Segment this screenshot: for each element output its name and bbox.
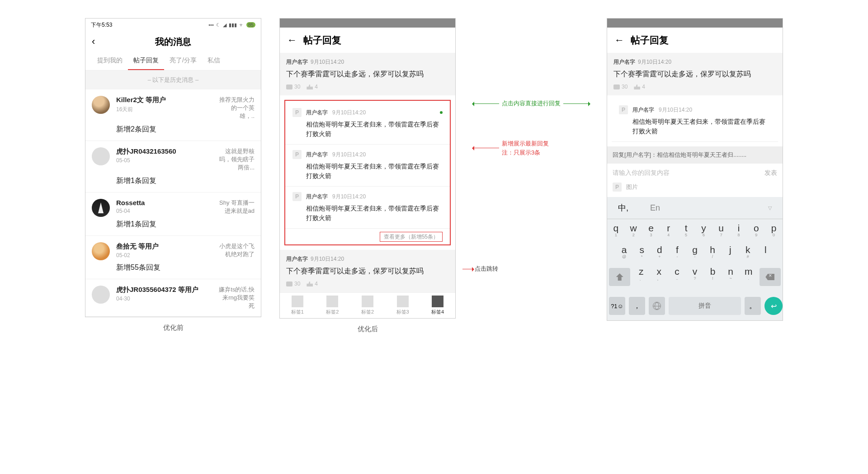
screen-reply-compose: ← 帖子回复 用户名字9月10日14:20 下个赛季雷霆可以走多远，保罗可以复苏… (607, 18, 783, 321)
key-a[interactable]: a@ (615, 241, 633, 263)
message-item[interactable]: Rossetta 05-04 Shy 哥直播一进来就是ad 新增1条回复 (85, 192, 261, 236)
avatar-placeholder: P (292, 150, 302, 159)
key-symbols[interactable]: ?1☺ (607, 291, 627, 320)
key-r[interactable]: r4 (660, 219, 677, 241)
annotations: 点击内容直接进行回复 新增展示最新回复 注：只展示3条 (474, 18, 589, 157)
reply-item[interactable]: P用户名字9月10日14:20 相信炮哥明年夏天王者归来，带领雷霆在季后赛打败火… (285, 187, 450, 229)
key-d[interactable]: d+ (651, 241, 668, 263)
message-item[interactable]: 虎扑JR0432163560 05-05 这就是野核吗，领先瞎子两倍... 新增… (85, 141, 261, 192)
key-l[interactable]: l (757, 241, 774, 263)
key-s[interactable]: s* (633, 241, 651, 263)
post-title[interactable]: 下个赛季雷霆可以走多远，保罗可以复苏吗 (286, 70, 449, 79)
nav-tab[interactable]: 标签1 (280, 293, 315, 318)
message-item[interactable]: 叁拾无 等用户 05-02 小虎是这个飞机绝对跑了 新增55条回复 (85, 236, 261, 279)
nav-tab[interactable]: 标签2 (315, 293, 350, 318)
message-user: 虎扑JR0432163560 (116, 147, 176, 156)
message-count: 新增1条回复 (116, 220, 255, 229)
key-c[interactable]: c.. (668, 263, 686, 291)
message-date: 16天前 (116, 106, 166, 113)
back-button[interactable]: ← (287, 34, 297, 46)
message-user: 虎扑JR0355604372 等用户 (116, 286, 198, 294)
key-i[interactable]: i8 (730, 219, 748, 241)
message-list: Killer2文 等用户 16天前 推荐无限火力的一个英雄，.. 新增2条回复 … (85, 89, 261, 317)
attach-image-row[interactable]: P图片 (607, 183, 783, 197)
avatar-placeholder: P (292, 192, 302, 201)
replies-card: P用户名字9月10日14:20 相信炮哥明年夏天王者归来，带领雷霆在季后赛打败火… (284, 100, 451, 245)
key-o[interactable]: o9 (747, 219, 765, 241)
keyboard: 中, En ▽ q1w2e3r4t5y6u7i8o9p0 a@s*d+f-g-h… (607, 197, 783, 320)
header: ‹ 我的消息 (85, 31, 261, 52)
key-y[interactable]: y6 (695, 219, 712, 241)
nav-icon (432, 296, 443, 307)
publish-button[interactable]: 发表 (764, 169, 777, 177)
key-period[interactable]: 。 (743, 291, 763, 320)
collapse-icon[interactable]: ▽ (757, 200, 783, 216)
shift-icon (616, 273, 623, 281)
annotation-red: 新增展示最新回复 注：只展示3条 (474, 139, 589, 157)
key-j[interactable]: j (722, 241, 739, 263)
key-delete[interactable] (758, 263, 783, 291)
key-z[interactable]: z、 (632, 263, 650, 291)
caption-after: 优化后 (358, 325, 378, 333)
key-x[interactable]: x。 (650, 263, 668, 291)
tab-post-reply[interactable]: 帖子回复 (128, 52, 164, 70)
globe-icon (653, 302, 661, 310)
key-f[interactable]: f- (668, 241, 686, 263)
key-globe[interactable] (647, 291, 667, 320)
bottom-nav: 标签1标签2标签2标签3标签4 (280, 292, 455, 318)
nav-icon (397, 296, 409, 307)
key-t[interactable]: t5 (677, 219, 695, 241)
key-q[interactable]: q1 (607, 219, 625, 241)
reply-item[interactable]: P用户名字9月10日14:20 相信炮哥明年夏天王者归来，带领雷霆在季后赛打败火… (285, 103, 450, 145)
nav-icon (362, 296, 373, 307)
lang-zh[interactable]: 中, (607, 197, 639, 219)
avatar (92, 96, 110, 114)
annotation-green: 点击内容直接进行回复 (474, 99, 589, 108)
key-shift[interactable] (607, 263, 632, 291)
key-k[interactable]: k# (739, 241, 757, 263)
lang-en[interactable]: En (639, 198, 671, 218)
key-v[interactable]: v? (686, 263, 704, 291)
header: ← 帖子回复 (607, 28, 783, 53)
key-m[interactable]: m. (740, 263, 758, 291)
message-count: 新增55条回复 (116, 263, 255, 272)
message-user: Rossetta (116, 199, 145, 206)
statusbar (280, 19, 455, 28)
screen-after-list: ← 帖子回复 用户名字9月10日14:20 下个赛季雷霆可以走多远，保罗可以复苏… (279, 18, 456, 319)
tab-liked-share[interactable]: 亮了/分享 (164, 52, 202, 70)
key-p[interactable]: p0 (765, 219, 783, 241)
caption-before: 优化前 (163, 324, 184, 332)
message-item[interactable]: 虎扑JR0355604372 等用户 04-30 嫌弃ts的话,快来rng我要笑… (85, 279, 261, 317)
key-n[interactable]: n~ (722, 263, 740, 291)
history-divider: – 以下是历史消息 – (85, 70, 261, 89)
message-count: 新增1条回复 (116, 176, 255, 186)
nav-tab[interactable]: 标签2 (350, 293, 385, 318)
key-b[interactable]: b! (704, 263, 722, 291)
key-u[interactable]: u7 (712, 219, 730, 241)
key-enter[interactable]: ↩ (763, 291, 783, 320)
tab-mentions[interactable]: 提到我的 (92, 52, 128, 70)
message-item[interactable]: Killer2文 等用户 16天前 推荐无限火力的一个英雄，.. 新增2条回复 (85, 89, 261, 141)
nav-tab[interactable]: 标签4 (420, 293, 455, 318)
reply-text: 相信炮哥明年夏天王者归来，带领雷霆在季后赛打败火箭 (292, 204, 443, 223)
page-title: 帖子回复 (631, 34, 669, 47)
back-button[interactable]: ← (614, 34, 624, 46)
annotation-jump: 点击跳转 (462, 265, 498, 273)
key-space[interactable]: 拼音 (667, 291, 743, 320)
key-h[interactable]: h/ (704, 241, 722, 263)
message-preview: 推荐无限火力的一个英雄，.. (218, 96, 255, 120)
key-w[interactable]: w2 (625, 219, 642, 241)
reply-item[interactable]: P用户名字9月10日14:20 相信炮哥明年夏天王者归来，带领雷霆在季后赛打败火… (285, 145, 450, 187)
post-stats: 30 4 (286, 84, 449, 90)
reply-item[interactable]: P用户名字9月10日14:20 相信炮哥明年夏天王者归来，带领雷霆在季后赛打败火… (612, 100, 778, 142)
key-e[interactable]: e3 (642, 219, 660, 241)
page-title: 我的消息 (85, 36, 261, 48)
tab-dm[interactable]: 私信 (202, 52, 226, 70)
view-more-link[interactable]: 查看更多（新增55条） (285, 229, 450, 243)
key-comma[interactable]: ， (627, 291, 647, 320)
key-g[interactable]: g- (686, 241, 703, 263)
nav-tab[interactable]: 标签3 (385, 293, 420, 318)
post-meta: 用户名字9月10日14:20 (286, 58, 449, 66)
statusbar (607, 19, 783, 28)
reply-input[interactable]: 请输入你的回复内容 (613, 169, 760, 177)
